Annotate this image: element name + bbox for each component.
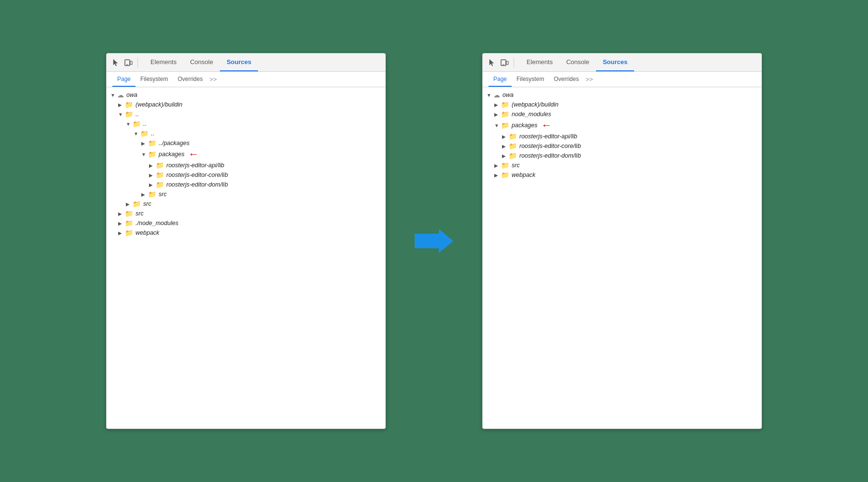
folder-api-left: 📁 (156, 161, 164, 169)
tab-sources-right[interactable]: Sources (596, 54, 634, 71)
subtab-page-right[interactable]: Page (488, 72, 512, 87)
label-owa-right: owa (502, 92, 514, 98)
folder-api-right: 📁 (509, 133, 517, 140)
label-api-right: roosterjs-editor-api/lib (519, 133, 577, 140)
tree-item-dotdot1-left[interactable]: ▼ 📁 .. (107, 109, 385, 119)
left-toolbar-tabs: Elements Console Sources (144, 54, 258, 71)
tab-console-right[interactable]: Console (559, 54, 596, 71)
right-toolbar-tabs: Elements Console Sources (520, 54, 634, 71)
tab-sources-left[interactable]: Sources (220, 54, 258, 71)
tab-elements-left[interactable]: Elements (144, 54, 183, 71)
arrow-dotdot3-left: ▼ (134, 131, 140, 136)
folder-node-modules-right: 📁 (501, 110, 509, 118)
tree-item-dotdot2-left[interactable]: ▼ 📁 .. (107, 119, 385, 129)
arrow-packages-right: ▼ (494, 123, 501, 128)
folder-webpack-buildin-right: 📁 (501, 101, 509, 108)
label-owa-left: owa (126, 92, 137, 98)
tree-item-packages-right[interactable]: ▼ 📁 packages ← (483, 119, 761, 132)
left-subtab-bar: Page Filesystem Overrides >> (107, 72, 385, 87)
tree-item-dotdot3-left[interactable]: ▼ 📁 .. (107, 129, 385, 138)
tree-item-src-mid-left[interactable]: ▶ 📁 src (107, 199, 385, 209)
subtab-more-left[interactable]: >> (209, 76, 217, 83)
device-icon-right[interactable] (499, 57, 510, 68)
tab-console-left[interactable]: Console (183, 54, 220, 71)
tree-item-webpack-left[interactable]: ▶ 📁 webpack (107, 228, 385, 238)
tree-item-owa-right[interactable]: ▼ ☁ owa (483, 90, 761, 100)
cursor-icon-right[interactable] (487, 57, 497, 68)
red-arrow-packages-left: ← (189, 149, 199, 160)
tree-item-core-right[interactable]: ▶ 📁 roosterjs-editor-core/lib (483, 141, 761, 151)
arrow-src-mid-left: ▶ (126, 201, 133, 207)
big-blue-arrow (415, 227, 453, 255)
arrow-core-left: ▶ (149, 173, 156, 178)
tree-item-node-modules-right[interactable]: ▶ 📁 node_modules (483, 109, 761, 119)
subtab-more-right[interactable]: >> (585, 76, 593, 83)
label-src-outer-left: src (136, 210, 144, 217)
arrow-nodemodules-left: ▶ (118, 221, 125, 226)
arrow-api-left: ▶ (149, 163, 156, 168)
label-dotdot1-left: .. (136, 111, 139, 118)
label-src-mid-left: src (143, 201, 151, 207)
tree-item-nodemodules-left[interactable]: ▶ 📁 ./node_modules (107, 218, 385, 228)
arrow-node-modules-right: ▶ (494, 112, 501, 117)
tree-item-dom-right[interactable]: ▶ 📁 roosterjs-editor-dom/lib (483, 151, 761, 161)
arrow-src-inner-left: ▶ (141, 192, 148, 197)
folder-core-right: 📁 (509, 142, 517, 150)
folder-src-outer-left: 📁 (125, 210, 133, 217)
cloud-icon-owa-left: ☁ (117, 91, 124, 99)
device-icon[interactable] (123, 57, 134, 68)
label-webpack-left: webpack (136, 229, 159, 236)
folder-dotdot2-left: 📁 (133, 120, 141, 128)
tree-item-api-right[interactable]: ▶ 📁 roosterjs-editor-api/lib (483, 132, 761, 141)
arrow-api-right: ▶ (502, 134, 509, 139)
left-toolbar: Elements Console Sources (107, 54, 385, 72)
tree-item-dom-left[interactable]: ▶ 📁 roosterjs-editor-dom/lib (107, 180, 385, 189)
label-packages-right: packages (512, 122, 538, 129)
tree-item-webpack-buildin-left[interactable]: ▶ 📁 (webpack)/buildin (107, 100, 385, 109)
arrow-core-right: ▶ (502, 144, 509, 149)
arrow-dom-right: ▶ (502, 153, 509, 159)
tree-item-api-left[interactable]: ▶ 📁 roosterjs-editor-api/lib (107, 161, 385, 170)
subtab-filesystem-right[interactable]: Filesystem (512, 72, 549, 87)
folder-webpack-right: 📁 (501, 171, 509, 179)
label-api-left: roosterjs-editor-api/lib (166, 162, 224, 169)
tab-elements-right[interactable]: Elements (520, 54, 559, 71)
label-dotdotpackages-left: ../packages (159, 140, 190, 147)
tree-item-src-outer-left[interactable]: ▶ 📁 src (107, 209, 385, 218)
arrow-webpack-left: ▶ (118, 230, 125, 236)
subtab-overrides-left[interactable]: Overrides (173, 72, 207, 87)
tree-item-packages-left[interactable]: ▼ 📁 packages ← (107, 148, 385, 161)
tree-item-owa-left[interactable]: ▼ ☁ owa (107, 90, 385, 100)
tree-item-webpack-buildin-right[interactable]: ▶ 📁 (webpack)/buildin (483, 100, 761, 109)
left-devtools-panel: Elements Console Sources Page Filesystem… (106, 53, 386, 429)
folder-webpack-left: 📁 (125, 229, 133, 237)
tree-item-src-right[interactable]: ▶ 📁 src (483, 161, 761, 170)
folder-src-mid-left: 📁 (133, 200, 141, 208)
folder-dotdot1-left: 📁 (125, 110, 133, 118)
tree-item-webpack-right[interactable]: ▶ 📁 webpack (483, 170, 761, 180)
cursor-icon[interactable] (110, 57, 121, 68)
label-nodemodules-left: ./node_modules (136, 220, 178, 227)
arrow-packages-left: ▼ (141, 152, 148, 157)
arrow-src-outer-left: ▶ (118, 211, 125, 216)
tree-item-dotdotpackages-left[interactable]: ▶ 📁 ../packages (107, 138, 385, 148)
arrow-dotdot2-left: ▼ (126, 121, 133, 127)
subtab-overrides-right[interactable]: Overrides (549, 72, 583, 87)
arrow-src-right: ▶ (494, 163, 501, 168)
tree-item-src-inner-left[interactable]: ▶ 📁 src (107, 189, 385, 199)
folder-dom-right: 📁 (509, 152, 517, 160)
label-dotdot3-left: .. (151, 130, 154, 137)
tree-item-core-left[interactable]: ▶ 📁 roosterjs-editor-core/lib (107, 170, 385, 180)
arrow-dom-left: ▶ (149, 182, 156, 187)
folder-src-inner-left: 📁 (148, 190, 156, 198)
arrow-owa-left: ▼ (110, 93, 117, 98)
red-arrow-packages-right: ← (542, 120, 552, 131)
folder-core-left: 📁 (156, 171, 164, 179)
folder-dom-left: 📁 (156, 181, 164, 188)
right-subtab-bar: Page Filesystem Overrides >> (483, 72, 761, 87)
label-node-modules-right: node_modules (512, 111, 551, 118)
subtab-filesystem-left[interactable]: Filesystem (136, 72, 173, 87)
toolbar-divider-right (514, 58, 514, 67)
subtab-page-left[interactable]: Page (112, 72, 136, 87)
label-src-right: src (512, 162, 520, 169)
